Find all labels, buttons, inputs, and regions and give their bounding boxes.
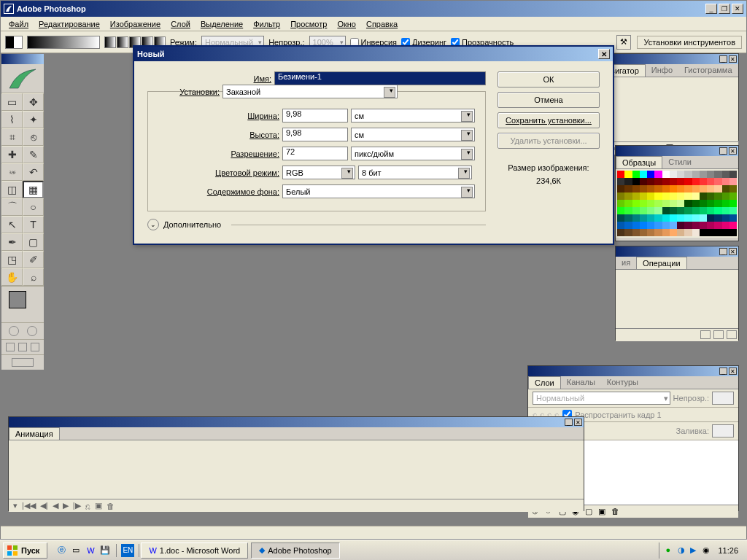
height-unit-select[interactable]: см	[351, 128, 475, 141]
swatch-cell[interactable]	[707, 200, 714, 207]
swatch-cell[interactable]	[647, 185, 654, 192]
swatch-cell[interactable]	[729, 214, 737, 222]
swatch-cell[interactable]	[722, 192, 729, 200]
swatch-cell[interactable]	[707, 207, 714, 214]
swatch-cell[interactable]	[624, 214, 632, 222]
shape-tool[interactable]: ▢	[23, 233, 44, 251]
swatch-cell[interactable]	[684, 229, 692, 236]
swatch-cell[interactable]	[624, 229, 632, 236]
history-icon[interactable]	[727, 330, 737, 339]
swatch-cell[interactable]	[670, 214, 677, 222]
panel-close-icon[interactable]: ✕	[729, 147, 737, 155]
zoom-tool[interactable]: ⌕	[23, 268, 44, 286]
menu-select[interactable]: Выделение	[196, 18, 248, 30]
swatch-cell[interactable]	[729, 222, 737, 229]
clock[interactable]: 11:26	[715, 546, 741, 555]
swatch-cell[interactable]	[647, 200, 654, 207]
swatch-cell[interactable]	[670, 222, 677, 229]
swatch-cell[interactable]	[632, 192, 640, 200]
swatch-cell[interactable]	[654, 192, 662, 200]
swatch-cell[interactable]	[617, 192, 624, 200]
palette-icon[interactable]: ⚒	[616, 35, 631, 50]
swatch-cell[interactable]	[700, 178, 707, 185]
swatch-cell[interactable]	[677, 200, 684, 207]
swatch-cell[interactable]	[707, 178, 714, 185]
color-mode-select[interactable]: RGB	[282, 166, 355, 179]
swatch-cell[interactable]	[714, 185, 721, 192]
swatch-grid[interactable]	[616, 169, 738, 238]
hand-tool[interactable]: ✋	[1, 268, 23, 286]
swatch-cell[interactable]	[617, 200, 624, 207]
eraser-tool[interactable]: ◫	[1, 181, 23, 198]
swatch-cell[interactable]	[684, 222, 692, 229]
layer-opacity-field[interactable]	[712, 392, 734, 405]
swatch-cell[interactable]	[700, 222, 707, 229]
swatch-cell[interactable]	[617, 171, 624, 178]
swatch-cell[interactable]	[714, 200, 721, 207]
swatch-cell[interactable]	[624, 185, 632, 192]
swatch-cell[interactable]	[722, 200, 729, 207]
gradient-type-swatch[interactable]	[5, 36, 23, 49]
swatch-cell[interactable]	[684, 200, 692, 207]
swatch-cell[interactable]	[640, 178, 647, 185]
swatch-cell[interactable]	[632, 200, 640, 207]
word-icon[interactable]: W	[84, 544, 97, 557]
histogram-tab[interactable]: Гистограмма	[678, 64, 738, 77]
swatch-cell[interactable]	[707, 222, 714, 229]
swatch-cell[interactable]	[647, 171, 654, 178]
swatch-cell[interactable]	[654, 185, 662, 192]
swatch-cell[interactable]	[729, 200, 737, 207]
swatch-cell[interactable]	[722, 222, 729, 229]
screen-mode[interactable]	[1, 339, 44, 354]
swatch-cell[interactable]	[677, 192, 684, 200]
swatch-cell[interactable]	[670, 200, 677, 207]
swatch-cell[interactable]	[700, 229, 707, 236]
panel-close-icon[interactable]: ✕	[574, 419, 582, 426]
swatch-cell[interactable]	[692, 214, 700, 222]
swatch-cell[interactable]	[692, 222, 700, 229]
swatch-cell[interactable]	[640, 192, 647, 200]
swatch-cell[interactable]	[692, 171, 700, 178]
swatch-cell[interactable]	[722, 214, 729, 222]
swatch-cell[interactable]	[640, 171, 647, 178]
swatch-cell[interactable]	[670, 192, 677, 200]
resolution-input[interactable]: 72	[282, 147, 348, 160]
swatch-cell[interactable]	[624, 178, 632, 185]
swatch-cell[interactable]	[722, 171, 729, 178]
swatch-cell[interactable]	[654, 171, 662, 178]
advanced-expander[interactable]: ⌄ Дополнительно	[147, 219, 486, 230]
swatch-cell[interactable]	[654, 200, 662, 207]
swatch-cell[interactable]	[677, 185, 684, 192]
swatch-cell[interactable]	[617, 229, 624, 236]
menu-edit[interactable]: Редактирование	[34, 18, 105, 30]
animation-tab[interactable]: Анимация	[9, 427, 60, 440]
minimize-button[interactable]: _	[705, 4, 717, 14]
swatch-cell[interactable]	[729, 185, 737, 192]
channels-tab[interactable]: Каналы	[561, 376, 601, 389]
swatch-cell[interactable]	[707, 185, 714, 192]
panel-min-icon[interactable]: _	[719, 248, 727, 255]
maximize-button[interactable]: ❐	[719, 4, 730, 14]
swatch-cell[interactable]	[692, 178, 700, 185]
task-photoshop[interactable]: ◆Adobe Photoshop	[251, 542, 339, 559]
type-tool[interactable]: T	[23, 216, 44, 233]
swatch-cell[interactable]	[707, 192, 714, 200]
swatch-cell[interactable]	[617, 207, 624, 214]
desktop-icon[interactable]: ▭	[69, 544, 82, 557]
swatch-cell[interactable]	[647, 222, 654, 229]
blur-tool[interactable]: ⌒	[1, 198, 23, 216]
swatch-cell[interactable]	[700, 207, 707, 214]
swatch-cell[interactable]	[662, 229, 670, 236]
swatch-cell[interactable]	[640, 222, 647, 229]
lang-indicator[interactable]: EN	[121, 544, 134, 557]
stamp-tool[interactable]: ⎃	[1, 163, 23, 181]
panel-min-icon[interactable]: _	[719, 147, 727, 155]
fg-color[interactable]	[9, 291, 26, 308]
swatch-cell[interactable]	[624, 171, 632, 178]
swatch-cell[interactable]	[670, 171, 677, 178]
swatch-cell[interactable]	[670, 185, 677, 192]
swatch-cell[interactable]	[700, 185, 707, 192]
width-input[interactable]: 9,98	[282, 109, 348, 122]
gradient-preview[interactable]	[27, 36, 100, 49]
eyedropper-tool[interactable]: ✐	[23, 251, 44, 268]
